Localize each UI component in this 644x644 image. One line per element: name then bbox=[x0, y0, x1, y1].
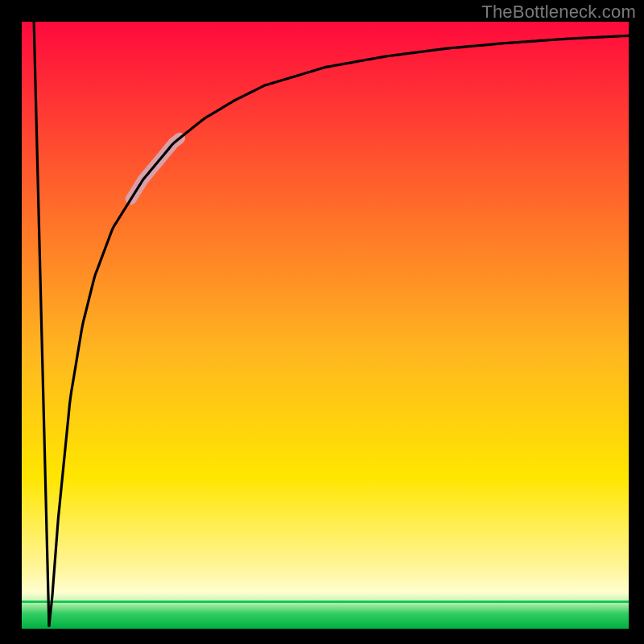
attribution-text: TheBottleneck.com bbox=[481, 2, 636, 23]
chart-canvas bbox=[0, 0, 644, 644]
plot-area bbox=[22, 22, 629, 629]
green-reference-line bbox=[22, 601, 629, 603]
gradient-background bbox=[22, 22, 629, 629]
